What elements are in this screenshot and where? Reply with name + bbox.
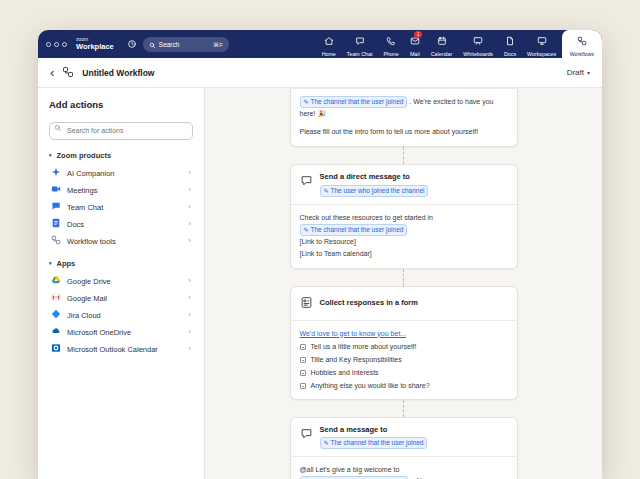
workplace-logo-text: Workplace bbox=[76, 43, 114, 51]
sidebar-item-google-mail[interactable]: Google Mail › bbox=[49, 290, 193, 307]
workflow-step-card[interactable]: Collect responses in a form We'd love to… bbox=[290, 286, 518, 400]
variable-chip[interactable]: ✎ The channel that the user joined bbox=[300, 96, 408, 108]
window-close-icon[interactable] bbox=[46, 42, 51, 47]
window-minimize-icon[interactable] bbox=[54, 42, 59, 47]
actions-sidebar: Add actions ▾ Zoom products AI Companion… bbox=[38, 88, 205, 479]
chevron-right-icon: › bbox=[188, 328, 191, 336]
chevron-right-icon: › bbox=[188, 277, 191, 285]
search-shortcut: ⌘F bbox=[213, 41, 223, 48]
section-caret-icon: ▾ bbox=[49, 260, 52, 266]
global-search-input[interactable]: Search ⌘F bbox=[143, 37, 229, 52]
workflow-step-card[interactable]: ✎ The channel that the user joined . We'… bbox=[290, 88, 518, 147]
form-title-link[interactable]: We'd love to get to know you bet... bbox=[300, 330, 407, 337]
step-connector bbox=[403, 147, 404, 164]
phone-icon bbox=[386, 32, 396, 50]
actions-search-input[interactable] bbox=[49, 122, 193, 140]
primary-nav: Home Team Chat Phone 1 Mail Calendar bbox=[316, 30, 602, 58]
nav-home[interactable]: Home bbox=[316, 30, 341, 58]
nav-whiteboards[interactable]: Whiteboards bbox=[458, 30, 499, 58]
form-question-row: Title and Key Responsibilities bbox=[300, 355, 508, 365]
chevron-down-icon: ▾ bbox=[587, 69, 590, 76]
sidebar-item-docs[interactable]: Docs › bbox=[49, 216, 193, 233]
workflow-step-card[interactable]: Send a direct message to ✎ The user who … bbox=[290, 164, 518, 269]
zoom-logo-text: zoom bbox=[76, 37, 114, 43]
form-question-row: Anything else you would like to share? bbox=[300, 381, 508, 391]
sidebar-item-microsoft-outlook-calendar[interactable]: Microsoft Outlook Calendar › bbox=[49, 341, 193, 358]
top-navbar: zoom Workplace Search ⌘F Home Team Ch bbox=[38, 30, 602, 58]
nav-phone[interactable]: Phone bbox=[378, 30, 404, 58]
sidebar-item-meetings[interactable]: Meetings › bbox=[49, 182, 193, 199]
step-title: Collect responses in a form bbox=[320, 298, 418, 308]
jira-icon bbox=[51, 309, 61, 321]
chevron-right-icon: › bbox=[188, 220, 191, 228]
nav-docs[interactable]: Docs bbox=[499, 30, 522, 58]
status-badge: Draft bbox=[567, 68, 584, 77]
variable-chip[interactable]: ✎ The channel that the user joined bbox=[320, 437, 428, 449]
step-message-body: ✎ The channel that the user joined . We'… bbox=[291, 88, 517, 146]
chevron-right-icon: › bbox=[188, 311, 191, 319]
zoom-workplace-logo: zoom Workplace bbox=[76, 37, 114, 51]
step-connector bbox=[403, 269, 404, 286]
form-question-row: Tell us a little more about yourself! bbox=[300, 342, 508, 352]
chevron-right-icon: › bbox=[188, 237, 191, 245]
sidebar-item-team-chat[interactable]: Team Chat › bbox=[49, 199, 193, 216]
nav-team-chat[interactable]: Team Chat bbox=[341, 30, 378, 58]
chevron-right-icon: › bbox=[188, 294, 191, 302]
message-text: @all Let's give a big welcome to bbox=[300, 466, 400, 473]
section-apps[interactable]: ▾ Apps bbox=[49, 259, 193, 268]
google-drive-icon bbox=[51, 275, 61, 287]
outlook-calendar-icon bbox=[51, 343, 61, 355]
nav-mail[interactable]: 1 Mail bbox=[404, 30, 425, 58]
link-placeholder: [Link to Team calendar] bbox=[300, 248, 508, 260]
pencil-icon: ✎ bbox=[304, 97, 309, 107]
workflow-tools-icon bbox=[51, 235, 61, 247]
sidebar-item-workflow-tools[interactable]: Workflow tools › bbox=[49, 233, 193, 250]
sidebar-item-jira-cloud[interactable]: Jira Cloud › bbox=[49, 307, 193, 324]
mail-badge: 1 bbox=[414, 31, 422, 38]
app-window: zoom Workplace Search ⌘F Home Team Ch bbox=[38, 30, 602, 479]
chat-bubble-icon bbox=[300, 173, 313, 191]
message-text: Please fill out the intro form to tell u… bbox=[300, 126, 508, 138]
chevron-right-icon: › bbox=[188, 203, 191, 211]
step-message-body: Check out these resources to get started… bbox=[291, 204, 517, 268]
message-text: Check out these resources to get started… bbox=[300, 212, 508, 224]
nav-calendar[interactable]: Calendar bbox=[425, 30, 458, 58]
chevron-right-icon: › bbox=[188, 345, 191, 353]
workflow-step-card[interactable]: Send a message to ✎ The channel that the… bbox=[290, 417, 518, 479]
step-title: Send a direct message to bbox=[320, 172, 410, 182]
search-icon bbox=[54, 124, 62, 132]
search-icon bbox=[149, 35, 156, 53]
team-chat-icon bbox=[51, 201, 61, 213]
form-field-icon bbox=[300, 344, 306, 350]
form-icon bbox=[300, 295, 313, 313]
variable-chip[interactable]: ✎ The user who joined the channel bbox=[320, 185, 429, 197]
nav-workspaces[interactable]: Workspaces bbox=[522, 30, 562, 58]
step-title: Send a message to bbox=[320, 425, 388, 435]
back-button[interactable]: ‹ bbox=[50, 66, 54, 79]
nav-workflows[interactable]: Workflows bbox=[562, 30, 602, 58]
workflow-canvas: ✎ The channel that the user joined . We'… bbox=[205, 88, 602, 479]
form-field-icon bbox=[300, 357, 306, 363]
calendar-icon bbox=[437, 32, 447, 50]
window-controls[interactable] bbox=[46, 42, 67, 47]
docs-icon bbox=[51, 218, 61, 230]
chevron-right-icon: › bbox=[188, 169, 191, 177]
pencil-icon: ✎ bbox=[324, 438, 329, 448]
variable-chip[interactable]: ✎ The channel that the user joined bbox=[300, 224, 408, 236]
workspaces-icon bbox=[537, 32, 547, 50]
chevron-right-icon: › bbox=[188, 186, 191, 194]
history-icon[interactable] bbox=[127, 39, 137, 49]
section-zoom-products[interactable]: ▾ Zoom products bbox=[49, 151, 193, 160]
sidebar-item-google-drive[interactable]: Google Drive › bbox=[49, 273, 193, 290]
step-form-body: We'd love to get to know you bet... Tell… bbox=[291, 320, 517, 399]
docs-icon bbox=[505, 32, 515, 50]
onedrive-icon bbox=[51, 326, 61, 338]
draft-status-dropdown[interactable]: Draft ▾ bbox=[567, 68, 590, 77]
sidebar-heading: Add actions bbox=[49, 99, 193, 110]
ai-companion-icon bbox=[51, 167, 61, 179]
sidebar-item-microsoft-onedrive[interactable]: Microsoft OneDrive › bbox=[49, 324, 193, 341]
sidebar-item-ai-companion[interactable]: AI Companion › bbox=[49, 165, 193, 182]
step-message-body: @all Let's give a big welcome to ✎ The u… bbox=[291, 456, 517, 479]
window-maximize-icon[interactable] bbox=[62, 42, 67, 47]
section-caret-icon: ▾ bbox=[49, 152, 52, 158]
